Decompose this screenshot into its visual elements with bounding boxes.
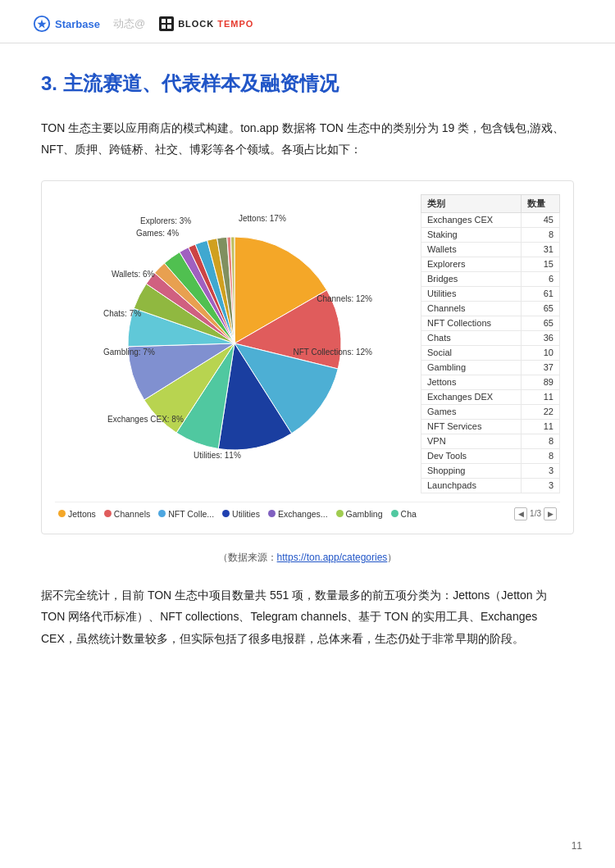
legend-item: Cha — [391, 509, 417, 519]
page: Starbase 动态@ BLOCK TEMPO 3. 主流赛道、代表样本及融资… — [0, 0, 615, 868]
label-channels: Channels: 12% — [317, 294, 372, 303]
legend-navigation: ◀ 1/3 ▶ — [514, 507, 557, 520]
blocktempo-logo: BLOCK TEMPO — [158, 16, 253, 32]
table-row-name: Bridges — [421, 271, 522, 286]
svg-rect-3 — [167, 19, 171, 23]
table-row-name: Shopping — [421, 463, 522, 478]
table-row-value: 3 — [521, 463, 559, 478]
table-row-value: 6 — [521, 271, 559, 286]
table-row-name: Exchanges DEX — [421, 389, 522, 404]
table-row-value: 8 — [521, 434, 559, 448]
svg-rect-2 — [162, 19, 166, 23]
label-nft-coll: NFT Collections: 12% — [293, 348, 372, 357]
tempo-label: TEMPO — [217, 19, 253, 29]
table-row-value: 89 — [521, 375, 559, 389]
legend-label: Jettons — [68, 509, 96, 519]
legend-label: Utilities — [232, 509, 260, 519]
col-count: 数量 — [521, 194, 559, 212]
legend-label: NFT Colle... — [168, 509, 214, 519]
label-jettons: Jettons: 17% — [239, 214, 286, 223]
legend-item: NFT Colle... — [158, 509, 214, 519]
pie-canvas — [112, 220, 358, 466]
data-table: 类别 数量 Exchanges CEX45Staking8Wallets31Ex… — [421, 194, 560, 493]
col-category: 类别 — [421, 194, 522, 212]
table-row-name: Dev Tools — [421, 448, 522, 463]
table-row-name: NFT Services — [421, 419, 522, 434]
table-row-value: 45 — [521, 212, 559, 227]
table-row-value: 61 — [521, 286, 559, 301]
table-row-name: Gambling — [421, 360, 522, 375]
table-row-value: 8 — [521, 448, 559, 463]
label-games: Games: 4% — [136, 229, 179, 238]
summary-text: 据不完全统计，目前 TON 生态中项目数量共 551 项，数量最多的前五项分类为… — [41, 584, 574, 650]
intro-text: TON 生态主要以应用商店的模式构建。ton.app 数据将 TON 生态中的类… — [41, 117, 574, 161]
table-row-name: Wallets — [421, 242, 522, 257]
data-source-link[interactable]: https://ton.app/categories — [277, 552, 388, 563]
table-row-name: Chats — [421, 330, 522, 345]
table-row-value: 22 — [521, 404, 559, 419]
block-icon — [158, 16, 175, 32]
main-content: 3. 主流赛道、代表样本及融资情况 TON 生态主要以应用商店的模式构建。ton… — [0, 43, 615, 683]
label-exc-cex: Exchanges CEX: 8% — [107, 415, 184, 424]
legend-label: Exchanges... — [278, 509, 328, 519]
legend-area: JettonsChannelsNFT Colle...UtilitiesExch… — [55, 502, 560, 520]
legend-label: Cha — [401, 509, 417, 519]
legend-dot — [104, 510, 112, 517]
table-row-value: 65 — [521, 316, 559, 330]
table-row-name: Staking — [421, 227, 522, 242]
table-row-name: Utilities — [421, 286, 522, 301]
chart-container: Jettons: 17% Explorers: 3% Games: 4% Wal… — [41, 180, 574, 534]
table-row-name: VPN — [421, 434, 522, 448]
legend-dot — [391, 510, 399, 517]
table-row-value: 3 — [521, 478, 559, 493]
table-row-name: Social — [421, 345, 522, 360]
table-row-value: 10 — [521, 345, 559, 360]
legend-dot — [268, 510, 276, 517]
label-chats: Chats: 7% — [103, 309, 141, 318]
table-row-name: Explorers — [421, 257, 522, 271]
table-row-name: Exchanges CEX — [421, 212, 522, 227]
legend-item: Utilities — [222, 509, 260, 519]
legend-dot — [58, 510, 66, 517]
legend-item: Jettons — [58, 509, 96, 519]
table-row-value: 15 — [521, 257, 559, 271]
legend-dot — [222, 510, 230, 517]
legend-page: 1/3 — [530, 509, 541, 518]
label-utilities: Utilities: 11% — [194, 451, 241, 460]
table-row-name: Channels — [421, 301, 522, 316]
legend-dot — [158, 510, 166, 517]
starbase-icon — [33, 15, 51, 33]
legend-next-button[interactable]: ▶ — [544, 507, 557, 520]
label-explorers: Explorers: 3% — [140, 216, 191, 225]
section-title: 3. 主流赛道、代表样本及融资情况 — [41, 70, 574, 98]
table-row-value: 37 — [521, 360, 559, 375]
chart-main: Jettons: 17% Explorers: 3% Games: 4% Wal… — [55, 194, 560, 493]
table-row-value: 31 — [521, 242, 559, 257]
legend-prev-button[interactable]: ◀ — [514, 507, 527, 520]
label-wallets: Wallets: 6% — [112, 270, 154, 279]
header: Starbase 动态@ BLOCK TEMPO — [0, 0, 615, 43]
legend-item: Exchanges... — [268, 509, 328, 519]
table-row-value: 65 — [521, 301, 559, 316]
table-row-value: 11 — [521, 419, 559, 434]
legend-dot — [336, 510, 344, 517]
svg-rect-1 — [159, 16, 174, 31]
table-row-name: Games — [421, 404, 522, 419]
legend-item: Channels — [104, 509, 150, 519]
table-row-value: 11 — [521, 389, 559, 404]
svg-rect-4 — [162, 25, 166, 29]
svg-rect-5 — [167, 25, 171, 29]
pie-with-labels: Jettons: 17% Explorers: 3% Games: 4% Wal… — [95, 204, 374, 483]
data-source: （数据来源：https://ton.app/categories） — [41, 551, 574, 565]
table-row-name: Jettons — [421, 375, 522, 389]
label-gambling: Gambling: 7% — [103, 348, 155, 357]
table-row-name: NFT Collections — [421, 316, 522, 330]
table-row-name: Launchpads — [421, 478, 522, 493]
legend-label: Gambling — [346, 509, 383, 519]
pie-area: Jettons: 17% Explorers: 3% Games: 4% Wal… — [55, 204, 414, 483]
table-row-value: 36 — [521, 330, 559, 345]
header-separator: 动态@ — [113, 16, 145, 31]
legend-label: Channels — [114, 509, 150, 519]
starbase-logo: Starbase — [33, 15, 100, 33]
legend-item: Gambling — [336, 509, 383, 519]
